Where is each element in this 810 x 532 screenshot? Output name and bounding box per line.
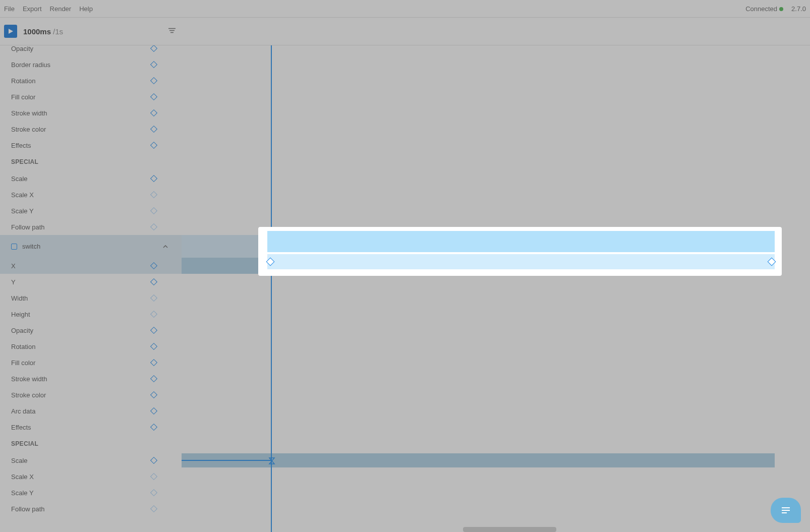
keyframe-toggle-icon[interactable]	[150, 191, 157, 198]
keyframe-toggle-icon[interactable]	[150, 109, 157, 116]
timeline-options-icon[interactable]	[168, 27, 176, 36]
property-row-scale[interactable]: Scale	[0, 170, 182, 187]
property-label: Border radius	[11, 61, 50, 69]
property-row-scale-x[interactable]: Scale X	[0, 468, 182, 485]
layer-header-switch[interactable]: switch	[0, 235, 182, 258]
property-row-stroke-width[interactable]: Stroke width	[0, 371, 182, 387]
keyframe-toggle-icon[interactable]	[150, 375, 157, 382]
property-label: Scale	[11, 175, 28, 183]
keyframe-toggle-icon[interactable]	[150, 457, 157, 464]
keyframe-toggle-icon[interactable]	[150, 327, 157, 334]
keyframe-toggle-icon[interactable]	[150, 45, 157, 52]
property-label: Scale Y	[11, 489, 34, 497]
property-row-rotation[interactable]: Rotation	[0, 338, 182, 354]
keyframe-toggle-icon[interactable]	[150, 294, 157, 302]
keyframe-toggle-icon[interactable]	[150, 391, 157, 398]
keyframe-toggle-icon[interactable]	[150, 61, 157, 68]
property-row-border-radius[interactable]: Border radius	[0, 56, 182, 73]
play-icon	[8, 28, 14, 34]
connection-status: Connected	[745, 5, 783, 13]
property-sidebar[interactable]: OpacityBorder radiusRotationFill colorSt…	[0, 45, 182, 532]
property-row-scale[interactable]: Scale	[0, 452, 182, 468]
property-row-stroke-width[interactable]: Stroke width	[0, 105, 182, 121]
property-label: Follow path	[11, 223, 44, 231]
keyframe-toggle-icon[interactable]	[150, 77, 157, 84]
property-row-stroke-color[interactable]: Stroke color	[0, 121, 182, 137]
keyframe-toggle-icon[interactable]	[150, 175, 157, 182]
property-label: Stroke color	[11, 391, 46, 399]
menubar: File Export Render Help Connected 2.7.0	[0, 0, 810, 18]
property-row-scale-y[interactable]: Scale Y	[0, 485, 182, 501]
property-label: Stroke width	[11, 109, 47, 117]
keyframe-toggle-icon[interactable]	[150, 207, 157, 214]
property-label: Fill color	[11, 359, 35, 367]
keyframe-toggle-icon[interactable]	[150, 473, 157, 480]
keyframe-toggle-icon[interactable]	[150, 223, 157, 230]
keyframe-toggle-icon[interactable]	[150, 505, 157, 512]
property-row-fill-color[interactable]: Fill color	[0, 89, 182, 105]
version-label: 2.7.0	[791, 5, 806, 13]
keyframe-ease-icon[interactable]	[268, 457, 274, 463]
property-row-height[interactable]: Height	[0, 306, 182, 322]
keyframe-end-icon[interactable]	[772, 262, 778, 268]
property-label: Follow path	[11, 505, 44, 513]
horizontal-scrollbar[interactable]	[463, 527, 556, 532]
keyframe-toggle-icon[interactable]	[150, 262, 157, 269]
section-header-special: SPECIAL	[0, 153, 182, 170]
property-row-scale-y[interactable]: Scale Y	[0, 203, 182, 219]
chat-button[interactable]	[771, 498, 801, 523]
keyframe-toggle-icon[interactable]	[150, 359, 157, 366]
spotlight-panel	[258, 227, 782, 276]
property-label: Y	[11, 278, 16, 286]
keyframe-toggle-icon[interactable]	[150, 343, 157, 350]
menu-render[interactable]: Render	[50, 5, 72, 13]
keyframe-start-icon[interactable]	[270, 262, 276, 268]
property-label: Arc data	[11, 407, 35, 415]
property-row-scale-x[interactable]: Scale X	[0, 187, 182, 203]
property-label: X	[11, 262, 16, 270]
chat-icon	[780, 505, 792, 515]
property-row-x[interactable]: X	[0, 258, 182, 274]
svg-marker-0	[9, 29, 13, 34]
property-row-follow-path[interactable]: Follow path	[0, 219, 182, 235]
property-row-stroke-color[interactable]: Stroke color	[0, 387, 182, 403]
menu-export[interactable]: Export	[23, 5, 42, 13]
property-row-rotation[interactable]: Rotation	[0, 73, 182, 89]
total-time: /1s	[53, 27, 63, 36]
property-row-arc-data[interactable]: Arc data	[0, 403, 182, 419]
property-row-opacity[interactable]: Opacity	[0, 45, 182, 56]
property-row-effects[interactable]: Effects	[0, 419, 182, 435]
property-label: Fill color	[11, 93, 35, 101]
property-row-y[interactable]: Y	[0, 274, 182, 290]
chevron-up-icon[interactable]	[162, 243, 168, 250]
play-button[interactable]	[4, 25, 17, 38]
property-label: Effects	[11, 142, 31, 149]
property-row-effects[interactable]: Effects	[0, 137, 182, 153]
toolbar: 1000ms/1s	[0, 18, 810, 45]
keyframe-toggle-icon[interactable]	[150, 311, 157, 318]
property-label: Rotation	[11, 77, 35, 85]
timeline-area[interactable]: ms1000ms1100ms1200ms1300ms1400ms1500ms	[182, 45, 810, 532]
time-display: 1000ms/1s	[23, 27, 63, 36]
current-time: 1000ms	[23, 27, 51, 36]
keyframe-toggle-icon[interactable]	[150, 489, 157, 496]
property-label: Effects	[11, 424, 31, 431]
menu-help[interactable]: Help	[79, 5, 93, 13]
layer-name: switch	[22, 243, 40, 250]
keyframe-toggle-icon[interactable]	[150, 93, 157, 100]
keyframe-toggle-icon[interactable]	[150, 278, 157, 285]
property-row-width[interactable]: Width	[0, 290, 182, 306]
property-label: Rotation	[11, 343, 35, 350]
keyframe-toggle-icon[interactable]	[150, 126, 157, 133]
property-row-follow-path[interactable]: Follow path	[0, 501, 182, 517]
keyframe-toggle-icon[interactable]	[150, 142, 157, 149]
property-row-opacity[interactable]: Opacity	[0, 322, 182, 338]
menu-file[interactable]: File	[4, 5, 15, 13]
property-label: Width	[11, 294, 28, 302]
keyframe-toggle-icon[interactable]	[150, 407, 157, 415]
keyframe-toggle-icon[interactable]	[150, 424, 157, 431]
property-label: Opacity	[11, 45, 33, 52]
section-header-special: SPECIAL	[0, 435, 182, 452]
property-row-fill-color[interactable]: Fill color	[0, 354, 182, 371]
property-label: Scale X	[11, 191, 34, 199]
